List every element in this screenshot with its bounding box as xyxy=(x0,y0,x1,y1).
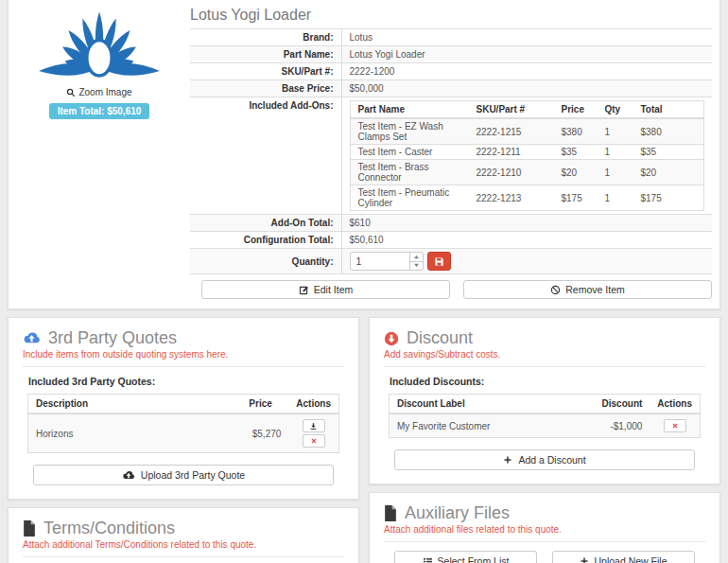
upload-new-file-label: Upload New File xyxy=(594,555,667,563)
auxiliary-files-panel: Auxiliary Files Attach additional files … xyxy=(369,492,720,563)
addon-price: $20 xyxy=(554,160,598,185)
cloud-upload-icon xyxy=(23,331,41,345)
quantity-down-button[interactable] xyxy=(410,261,423,271)
third-party-quotes-table: Description Price Actions Horizons $5,27… xyxy=(27,394,339,453)
addon-qty: 1 xyxy=(598,185,633,211)
quantity-up-button[interactable] xyxy=(410,253,423,261)
column-header: Price xyxy=(241,395,288,414)
remove-quote-button[interactable] xyxy=(303,434,325,448)
detail-label: Included Add-Ons: xyxy=(190,97,341,215)
save-quantity-button[interactable] xyxy=(427,252,451,271)
addon-total: $380 xyxy=(633,118,704,145)
panel-grid: 3rd Party Quotes Include items from outs… xyxy=(8,317,720,563)
addon-qty: 1 xyxy=(598,118,633,145)
detail-label: SKU/Part #: xyxy=(190,63,341,80)
divider xyxy=(23,366,344,367)
product-image[interactable] xyxy=(33,7,165,84)
detail-row-addons: Included Add-Ons: Part Name SKU/Part # P… xyxy=(190,97,712,215)
addon-row: Test Item - EZ Wash Clamps Set 2222-1215… xyxy=(350,118,704,145)
column-header: Qty xyxy=(598,101,633,119)
discount-amount: -$1,000 xyxy=(595,413,650,438)
quantity-stepper[interactable] xyxy=(350,252,424,271)
cloud-upload-icon xyxy=(122,470,135,481)
panel-title: Terms/Conditions xyxy=(43,519,175,538)
plus-icon xyxy=(580,556,589,563)
detail-row-addon-total: Add-On Total: $610 xyxy=(190,215,712,232)
addon-qty: 1 xyxy=(598,145,633,160)
close-icon xyxy=(671,422,679,430)
addon-total: $175 xyxy=(633,185,704,211)
detail-label: Quantity: xyxy=(190,249,341,274)
detail-value: Lotus Yogi Loader xyxy=(341,46,712,63)
addon-row: Test Item - Caster 2222-1211 $35 1 $35 xyxy=(350,145,704,160)
upload-new-file-button[interactable]: Upload New File xyxy=(552,551,695,563)
addon-price: $175 xyxy=(554,185,598,211)
ban-icon xyxy=(550,285,561,295)
addon-total: $20 xyxy=(633,160,704,185)
remove-item-button[interactable]: Remove Item xyxy=(463,280,712,299)
download-icon xyxy=(309,422,318,431)
list-icon xyxy=(423,556,433,563)
remove-discount-button[interactable] xyxy=(664,419,686,432)
arrow-circle-down-icon xyxy=(384,331,399,346)
item-actions: Edit Item Remove Item xyxy=(201,280,712,299)
discount-row: My Favorite Customer -$1,000 xyxy=(390,413,701,438)
addon-sku: 2222-1210 xyxy=(469,160,554,185)
edit-item-button[interactable]: Edit Item xyxy=(201,280,450,299)
left-column: 3rd Party Quotes Include items from outs… xyxy=(8,317,359,563)
divider xyxy=(384,541,705,542)
detail-label: Brand: xyxy=(190,29,341,46)
detail-value: $50,000 xyxy=(341,80,712,97)
addon-part-name: Test Item - Brass Connector xyxy=(350,160,469,185)
divider xyxy=(384,366,705,367)
chevron-up-icon xyxy=(413,255,420,259)
addon-part-name: Test Item - Caster xyxy=(350,145,469,160)
addon-price: $35 xyxy=(554,145,598,160)
column-header: Total xyxy=(633,101,704,119)
third-party-quotes-panel: 3rd Party Quotes Include items from outs… xyxy=(8,317,359,500)
addon-sku: 2222-1215 xyxy=(469,118,554,145)
magnifier-icon xyxy=(66,88,76,97)
aux-select-from-list-button[interactable]: Select From List xyxy=(394,551,537,563)
addons-table: Part Name SKU/Part # Price Qty Total Tes… xyxy=(350,100,705,211)
product-image-column: Zoom Image Item Total: $50,610 xyxy=(9,5,190,299)
addons-header-row: Part Name SKU/Part # Price Qty Total xyxy=(350,101,704,119)
panel-subtitle: Attach additional Terms/Conditions relat… xyxy=(23,539,344,550)
detail-row-brand: Brand: Lotus xyxy=(190,29,712,46)
detail-row-config-total: Configuration Total: $50,610 xyxy=(190,232,712,249)
file-icon xyxy=(384,505,397,521)
remove-item-label: Remove Item xyxy=(565,284,624,295)
detail-label: Add-On Total: xyxy=(190,215,341,232)
detail-label: Base Price: xyxy=(190,80,341,97)
zoom-image-link[interactable]: Zoom Image xyxy=(66,87,131,97)
column-header: Price xyxy=(554,101,598,119)
addon-part-name: Test Item - Pneumatic Cylinder xyxy=(350,185,469,211)
addon-total: $35 xyxy=(633,145,704,160)
detail-row-part-name: Part Name: Lotus Yogi Loader xyxy=(190,46,712,63)
download-quote-button[interactable] xyxy=(303,419,325,432)
quote-price: $5,270 xyxy=(241,413,288,453)
zoom-image-label: Zoom Image xyxy=(78,87,131,97)
quote-description: Horizons xyxy=(28,413,242,453)
detail-label: Configuration Total: xyxy=(190,232,341,249)
addon-sku: 2222-1213 xyxy=(469,185,554,211)
column-header: Discount xyxy=(595,395,650,414)
discount-label: My Favorite Customer xyxy=(390,413,595,438)
add-discount-button[interactable]: Add a Discount xyxy=(394,449,695,470)
upload-third-party-quote-button[interactable]: Upload 3rd Party Quote xyxy=(33,465,334,485)
edit-item-label: Edit Item xyxy=(314,284,353,295)
included-quotes-label: Included 3rd Party Quotes: xyxy=(28,376,344,387)
column-header: Actions xyxy=(288,395,338,414)
column-header: Discount Label xyxy=(390,395,595,414)
item-total-badge: Item Total: $50,610 xyxy=(49,103,150,119)
detail-row-base-price: Base Price: $50,000 xyxy=(190,80,712,97)
add-discount-label: Add a Discount xyxy=(518,454,585,466)
detail-value: Lotus xyxy=(341,29,712,46)
panel-subtitle: Add savings/Subtract costs. xyxy=(384,349,705,360)
upload-third-party-quote-label: Upload 3rd Party Quote xyxy=(141,469,245,481)
column-header: Description xyxy=(28,395,242,414)
column-header: Part Name xyxy=(350,101,469,119)
included-discounts-label: Included Discounts: xyxy=(390,376,705,387)
floppy-disk-icon xyxy=(434,256,444,267)
terms-conditions-panel: Terms/Conditions Attach additional Terms… xyxy=(8,507,359,563)
